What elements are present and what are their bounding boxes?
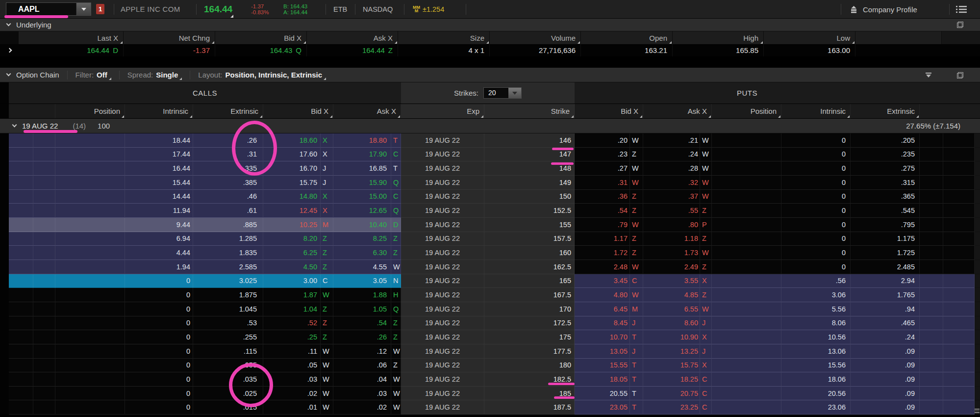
call-ask-cell[interactable]: 15.90 [333, 176, 391, 190]
scrollbar-track[interactable] [975, 232, 980, 246]
put-ask-cell[interactable]: 20.75 [643, 387, 700, 401]
col-header-call-position[interactable]: Position [55, 104, 125, 118]
option-chain-row[interactable]: 9.44 .885 10.25 M 10.40 D 19 AUG 22 155 … [0, 218, 980, 232]
put-ask-cell[interactable]: .24 [643, 148, 700, 162]
underlying-section-header[interactable]: Underlying [0, 19, 980, 31]
put-bid-cell[interactable]: 4.80 [575, 288, 630, 302]
put-ask-cell[interactable]: 4.85 [643, 288, 700, 302]
option-chain-row[interactable]: 0 .255 .25 Z .26 Z 19 AUG 22 175 10.70 T… [0, 330, 980, 344]
scrollbar-track[interactable] [975, 359, 980, 373]
spread-control[interactable]: Spread: Single [127, 71, 182, 79]
option-chain-row[interactable]: 16.44 .335 16.70 J 16.85 T 19 AUG 22 148… [0, 161, 980, 176]
call-bid-cell[interactable]: .01 [263, 400, 321, 415]
call-bid-cell[interactable]: 4.50 [263, 260, 321, 274]
call-ask-cell[interactable]: 18.80 [333, 133, 391, 148]
call-ask-cell[interactable]: 8.25 [333, 232, 391, 246]
put-bid-cell[interactable]: 8.45 [575, 316, 630, 331]
call-bid-cell[interactable]: 16.70 [263, 161, 321, 176]
put-ask-cell[interactable]: 13.25 [643, 344, 700, 359]
option-chain-row[interactable]: 0 .025 .02 W .03 W 19 AUG 22 185 20.55 T… [0, 387, 980, 401]
option-chain-row[interactable]: 0 .035 .03 W .04 W 19 AUG 22 182.5 18.05… [0, 372, 980, 387]
col-header-volume[interactable]: Volume [490, 31, 581, 44]
put-bid-cell[interactable]: .36 [575, 190, 630, 204]
put-ask-cell[interactable]: .32 [643, 176, 700, 190]
call-ask-cell[interactable]: 10.40 [333, 218, 391, 232]
option-chain-row[interactable]: 17.44 .31 17.60 X 17.90 C 19 AUG 22 147 … [0, 148, 980, 162]
call-bid-cell[interactable]: 1.87 [263, 288, 321, 302]
put-ask-cell[interactable]: 1.73 [643, 246, 700, 260]
option-chain-row[interactable]: 0 1.045 1.04 Z 1.05 Q 19 AUG 22 170 6.45… [0, 302, 980, 316]
call-ask-cell[interactable]: 15.00 [333, 190, 391, 204]
call-bid-cell[interactable]: 18.60 [263, 133, 321, 148]
layout-control[interactable]: Layout: Position, Intrinsic, Extrinsic [198, 71, 326, 79]
call-ask-cell[interactable]: .02 [333, 400, 391, 415]
scrollbar-track[interactable] [975, 190, 980, 204]
strikes-dropdown[interactable]: 20 [483, 87, 522, 99]
option-chain-row[interactable]: 0 .055 .05 W .06 Z 19 AUG 22 180 15.55 T… [0, 359, 980, 373]
put-bid-cell[interactable]: 23.05 [575, 400, 630, 415]
call-ask-cell[interactable]: .26 [333, 330, 391, 344]
put-bid-cell[interactable]: .79 [575, 218, 630, 232]
call-ask-cell[interactable]: 4.55 [333, 260, 391, 274]
expiry-group-row[interactable]: 19 AUG 22 (14) 100 27.65% (±7.154) [0, 119, 980, 133]
bottom-scroll-strip[interactable] [0, 415, 980, 417]
put-ask-cell[interactable]: .80 [643, 218, 700, 232]
call-ask-cell[interactable]: 16.85 [333, 161, 391, 176]
col-header-call-intrinsic[interactable]: Intrinsic [125, 104, 193, 118]
col-header-net-chng[interactable]: Net Chng [124, 31, 215, 44]
scrollbar-track[interactable] [975, 246, 980, 260]
call-bid-cell[interactable]: 6.25 [263, 246, 321, 260]
option-chain-row[interactable]: 1.94 2.585 4.50 Z 4.55 W 19 AUG 22 162.5… [0, 260, 980, 274]
col-header-high[interactable]: High [673, 31, 764, 44]
col-header-ask[interactable]: Ask X [307, 31, 398, 44]
call-bid-cell[interactable]: 12.45 [263, 204, 321, 218]
col-header-put-bid[interactable]: Bid X [575, 104, 643, 118]
filter-control[interactable]: Filter: Off [75, 71, 111, 79]
call-bid-cell[interactable]: .52 [263, 316, 321, 331]
option-chain-row[interactable]: 0 .53 .52 Z .54 Z 19 AUG 22 172.5 8.45 J… [0, 316, 980, 331]
call-ask-cell[interactable]: .12 [333, 344, 391, 359]
call-ask-cell[interactable]: .03 [333, 387, 391, 401]
alert-badge[interactable]: 1 [96, 4, 104, 14]
put-bid-cell[interactable]: 2.48 [575, 260, 630, 274]
scrollbar-track[interactable] [975, 133, 980, 148]
company-profile-button[interactable]: Company Profile [850, 0, 917, 19]
call-ask-cell[interactable]: 6.30 [333, 246, 391, 260]
put-ask-cell[interactable]: 15.75 [643, 359, 700, 373]
call-ask-cell[interactable]: .04 [333, 372, 391, 387]
col-header-call-extrinsic[interactable]: Extrinsic [193, 104, 263, 118]
scrollbar-track[interactable] [975, 204, 980, 218]
put-bid-cell[interactable]: 20.55 [575, 387, 630, 401]
scrollbar-track[interactable] [975, 161, 980, 176]
put-bid-cell[interactable]: 10.70 [575, 330, 630, 344]
put-ask-cell[interactable]: 6.55 [643, 302, 700, 316]
collapse-filter-icon[interactable] [926, 73, 931, 78]
call-ask-cell[interactable]: 3.05 [333, 274, 391, 288]
scrollbar-track[interactable] [975, 274, 980, 288]
put-bid-cell[interactable]: 18.05 [575, 372, 630, 387]
col-header-put-ask[interactable]: Ask X [643, 104, 712, 118]
put-bid-cell[interactable]: .31 [575, 176, 630, 190]
call-bid-cell[interactable]: 8.20 [263, 232, 321, 246]
row-expander[interactable] [0, 44, 19, 56]
col-header-put-position[interactable]: Position [712, 104, 781, 118]
col-header-size[interactable]: Size [398, 31, 490, 44]
call-bid-cell[interactable]: 14.80 [263, 190, 321, 204]
option-chain-row[interactable]: 14.44 .46 14.80 X 15.00 C 19 AUG 22 150 … [0, 190, 980, 204]
call-bid-cell[interactable]: 1.04 [263, 302, 321, 316]
underlying-quote-row[interactable]: 164.44D -1.37 164.43Q 164.44Z 4 x 1 27,7… [0, 44, 980, 56]
put-bid-cell[interactable]: 1.72 [575, 246, 630, 260]
put-bid-cell[interactable]: 3.45 [575, 274, 630, 288]
call-bid-cell[interactable]: .05 [263, 359, 321, 373]
put-bid-cell[interactable]: .20 [575, 133, 630, 148]
detach-window-icon[interactable] [957, 72, 963, 78]
call-bid-cell[interactable]: 10.25 [263, 218, 321, 232]
put-bid-cell[interactable]: 1.17 [575, 232, 630, 246]
menu-list-icon[interactable] [956, 5, 967, 13]
option-chain-row[interactable]: 11.94 .61 12.45 X 12.65 Q 19 AUG 22 152.… [0, 204, 980, 218]
call-bid-cell[interactable]: .25 [263, 330, 321, 344]
put-ask-cell[interactable]: .37 [643, 190, 700, 204]
col-header-bid[interactable]: Bid X [215, 31, 307, 44]
col-header-open[interactable]: Open [581, 31, 673, 44]
call-bid-cell[interactable]: 3.00 [263, 274, 321, 288]
